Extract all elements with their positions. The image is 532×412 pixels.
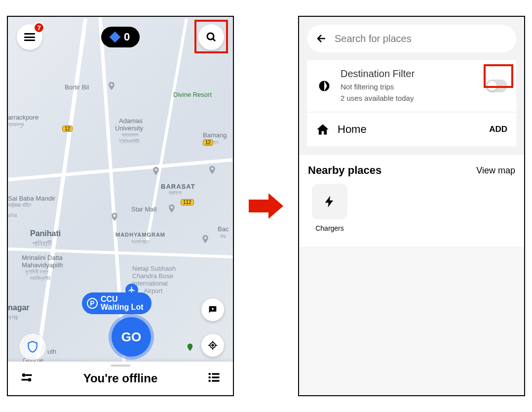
home-label: Home xyxy=(338,123,481,136)
map-label: Mrinalini Datta xyxy=(22,254,63,261)
filter-uses: 2 uses available today xyxy=(341,93,478,104)
map-label: Mahavidyapith xyxy=(22,261,63,269)
map-label-native: মহাবিদ্যাপীঠ xyxy=(30,275,50,282)
drag-handle[interactable] xyxy=(111,365,130,367)
map-label: Chandra Bose xyxy=(132,272,173,280)
svg-point-0 xyxy=(207,33,214,40)
sliders-icon xyxy=(20,371,34,384)
svg-point-13 xyxy=(208,373,211,375)
map-header: 7 0 xyxy=(8,24,233,50)
crosshair-icon xyxy=(207,340,218,351)
svg-line-1 xyxy=(213,39,216,41)
search-input[interactable] xyxy=(335,33,507,44)
parking-label: Waiting Lot xyxy=(101,303,144,311)
route-marker: 112 xyxy=(181,199,194,206)
svg-rect-12 xyxy=(22,379,28,381)
parking-icon: P xyxy=(87,298,98,309)
svg-point-9 xyxy=(22,373,26,377)
nearby-section: Nearby places View map Chargers xyxy=(299,155,524,247)
map-label: Airport xyxy=(144,287,162,294)
map-label-native: অ্যাডামাস xyxy=(121,132,139,138)
map-label-native: মধ্যমগ্রাম xyxy=(131,239,149,245)
map-label: arrackpore xyxy=(8,114,38,121)
safety-button[interactable] xyxy=(19,333,46,361)
map-label-native: পানিহাটি xyxy=(33,239,52,248)
map-label: aha xyxy=(8,212,17,218)
notification-badge: 7 xyxy=(34,22,44,33)
map-label-native: ইউনিভার্সিটি xyxy=(119,138,139,145)
parking-lot-chip[interactable]: P CCU Waiting Lot xyxy=(82,292,152,314)
map-label: MADHYAMGRAM xyxy=(115,232,165,238)
status-text: You're offline xyxy=(83,371,158,385)
map-label: Panihati xyxy=(30,229,61,238)
filter-status: Not filtering trips xyxy=(341,82,478,93)
list-icon xyxy=(207,371,221,384)
back-arrow-icon[interactable] xyxy=(316,33,328,44)
svg-point-15 xyxy=(208,376,211,379)
diamond-icon xyxy=(110,32,121,43)
svg-rect-14 xyxy=(212,373,219,375)
map-poi-pin xyxy=(207,165,217,175)
flow-arrow xyxy=(249,193,283,219)
chat-button[interactable] xyxy=(201,298,224,321)
points-pill[interactable]: 0 xyxy=(101,27,140,47)
nearby-chargers[interactable]: Chargers xyxy=(308,184,351,232)
bottom-bar: You're offline xyxy=(8,362,233,395)
svg-point-11 xyxy=(28,378,31,381)
svg-point-2 xyxy=(212,308,214,310)
route-marker: 12 xyxy=(62,125,73,132)
map-label: Sai Baba Mandir xyxy=(8,195,55,202)
map-label: Divine Resort xyxy=(173,91,212,98)
map-label: Bamang xyxy=(203,131,227,139)
destination-filter-toggle[interactable] xyxy=(486,80,507,92)
home-icon xyxy=(316,123,330,136)
map-poi-pin xyxy=(200,234,210,244)
destination-filter-card[interactable]: Destination Filter Not filtering trips 2… xyxy=(307,60,516,112)
map-poi-pin xyxy=(151,166,161,176)
home-row[interactable]: Home ADD xyxy=(307,113,516,146)
map-label: Netaji Subhash xyxy=(132,265,176,272)
map-label: International xyxy=(132,280,168,287)
points-count: 0 xyxy=(124,31,130,43)
preferences-button[interactable] xyxy=(20,371,34,386)
map-label-native: ব্যারাকপুর xyxy=(8,122,24,128)
map-label-native: মৃণালিনী দত্ত xyxy=(25,269,48,275)
add-home-button[interactable]: ADD xyxy=(489,124,507,134)
map-label-native: বাদু xyxy=(220,233,226,240)
destination-icon xyxy=(317,79,331,93)
map-label: Bac xyxy=(218,225,228,233)
parking-code: CCU xyxy=(101,295,144,303)
map-label: Star Mall xyxy=(131,206,156,213)
menu-button[interactable]: 7 xyxy=(17,24,42,50)
svg-point-17 xyxy=(208,380,211,382)
map-label: uth xyxy=(47,348,56,355)
nearby-chargers-label: Chargers xyxy=(308,224,351,232)
map-poi-pin xyxy=(107,81,116,91)
search-bar[interactable] xyxy=(307,25,516,52)
driver-map-screen: Bortir Bil Divine Resort arrackpore ব্যা… xyxy=(7,16,234,396)
locate-button[interactable] xyxy=(201,334,224,357)
route-marker: 12 xyxy=(203,139,213,146)
map-label: Adamas xyxy=(119,117,143,124)
map-label-native: বারাসাত xyxy=(169,190,182,196)
blank-area xyxy=(299,247,524,395)
nearby-title: Nearby places xyxy=(308,164,381,177)
map-label-native: सईबाबा मंदिर xyxy=(8,202,32,208)
chat-icon xyxy=(207,304,218,315)
list-button[interactable] xyxy=(207,371,221,386)
bolt-icon xyxy=(323,195,337,208)
map-poi-pin xyxy=(186,343,194,352)
map-poi-pin xyxy=(110,212,119,222)
filter-title: Destination Filter xyxy=(341,68,478,80)
view-map-button[interactable]: View map xyxy=(476,165,515,176)
shield-icon xyxy=(26,340,39,353)
search-screen: Destination Filter Not filtering trips 2… xyxy=(298,16,525,396)
go-online-button[interactable]: GO xyxy=(112,317,151,357)
map-label: nagar xyxy=(8,303,30,312)
search-button[interactable] xyxy=(198,24,224,50)
svg-rect-10 xyxy=(26,374,32,376)
map-label: BARASAT xyxy=(161,183,195,190)
destination-filter-icon xyxy=(316,79,333,93)
map-label: Bortir Bil xyxy=(65,83,89,91)
search-icon xyxy=(205,31,217,43)
